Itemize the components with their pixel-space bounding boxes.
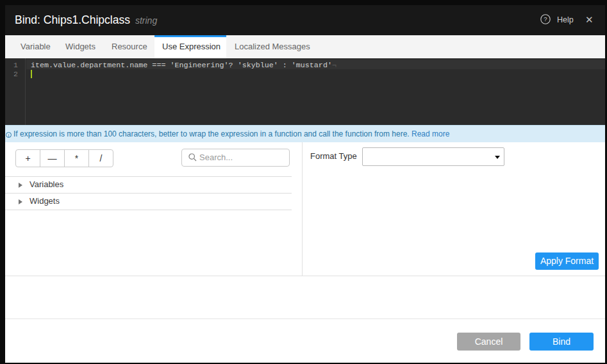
svg-text:?: ? [544, 15, 547, 22]
